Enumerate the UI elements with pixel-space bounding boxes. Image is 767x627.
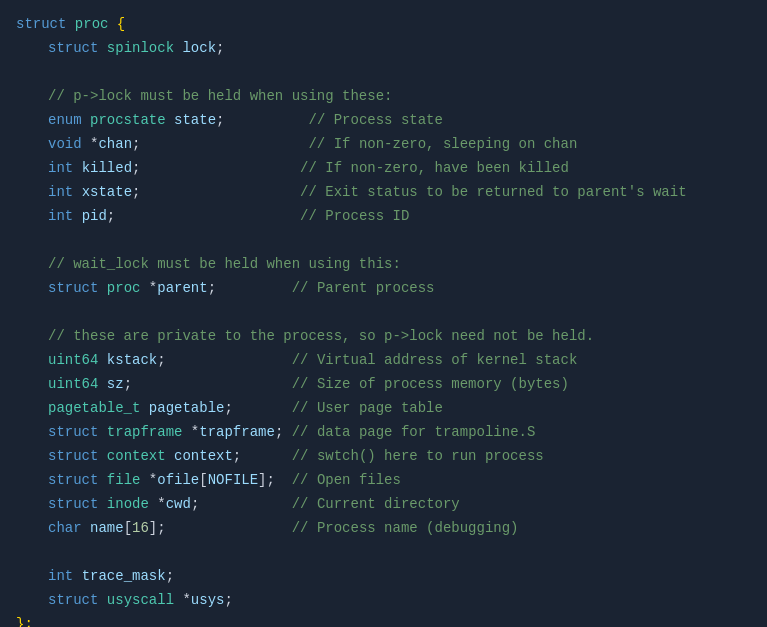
code-line-4: // p->lock must be held when using these… xyxy=(0,84,767,108)
code-line-10 xyxy=(0,228,767,252)
code-line-16: uint64 sz; // Size of process memory (by… xyxy=(0,372,767,396)
code-line-24: int trace_mask; xyxy=(0,564,767,588)
code-line-22: char name[16]; // Process name (debuggin… xyxy=(0,516,767,540)
code-line-26: }; xyxy=(0,612,767,627)
code-line-7: int killed; // If non-zero, have been ki… xyxy=(0,156,767,180)
code-line-23 xyxy=(0,540,767,564)
code-line-11: // wait_lock must be held when using thi… xyxy=(0,252,767,276)
code-line-9: int pid; // Process ID xyxy=(0,204,767,228)
code-line-14: // these are private to the process, so … xyxy=(0,324,767,348)
code-block: struct proc { struct spinlock lock; // p… xyxy=(0,8,767,627)
code-line-1: struct proc { xyxy=(0,12,767,36)
code-line-17: pagetable_t pagetable; // User page tabl… xyxy=(0,396,767,420)
code-line-20: struct file *ofile[NOFILE]; // Open file… xyxy=(0,468,767,492)
code-line-2: struct spinlock lock; xyxy=(0,36,767,60)
code-line-21: struct inode *cwd; // Current directory xyxy=(0,492,767,516)
code-line-18: struct trapframe *trapframe; // data pag… xyxy=(0,420,767,444)
code-line-25: struct usyscall *usys; xyxy=(0,588,767,612)
code-line-8: int xstate; // Exit status to be returne… xyxy=(0,180,767,204)
code-line-3 xyxy=(0,60,767,84)
code-line-15: uint64 kstack; // Virtual address of ker… xyxy=(0,348,767,372)
code-line-5: enum procstate state; // Process state xyxy=(0,108,767,132)
code-line-6: void *chan; // If non-zero, sleeping on … xyxy=(0,132,767,156)
code-line-12: struct proc *parent; // Parent process xyxy=(0,276,767,300)
code-line-19: struct context context; // swtch() here … xyxy=(0,444,767,468)
type-proc: proc xyxy=(75,12,109,36)
keyword-struct: struct xyxy=(16,12,66,36)
code-line-13 xyxy=(0,300,767,324)
